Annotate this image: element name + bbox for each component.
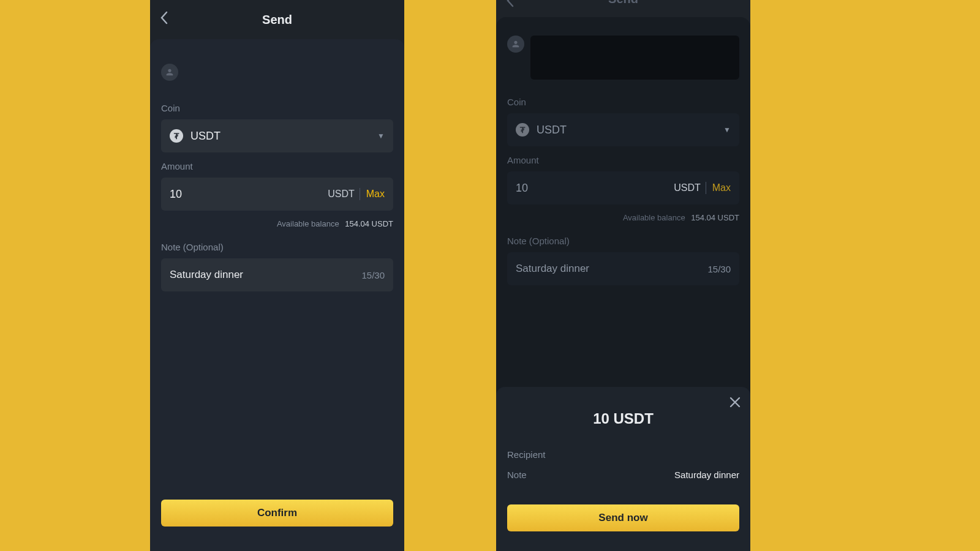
amount-unit: USDT bbox=[674, 182, 701, 193]
person-icon bbox=[165, 67, 175, 77]
note-input: Saturday dinner bbox=[516, 263, 707, 275]
chevron-left-icon bbox=[160, 11, 168, 24]
phone-screen-confirm: Send Coin ₮ USDT ▼ Amount 10 USDT Max Av… bbox=[496, 0, 750, 551]
note-label: Note (Optional) bbox=[507, 236, 739, 246]
phone-screen-form: Send Coin ₮ USDT ▼ Amount 10 USDT Max Av… bbox=[150, 0, 404, 551]
recipient-avatar bbox=[507, 36, 524, 53]
confirm-button-label: Confirm bbox=[257, 507, 297, 519]
amount-field[interactable]: 10 USDT Max bbox=[161, 178, 393, 211]
sheet-note-value: Saturday dinner bbox=[674, 470, 739, 480]
person-icon bbox=[511, 39, 521, 49]
note-char-count: 15/30 bbox=[707, 264, 731, 274]
header: Send bbox=[150, 0, 404, 39]
close-icon bbox=[729, 397, 741, 408]
header: Send bbox=[496, 0, 750, 17]
coin-value: USDT bbox=[537, 124, 723, 137]
coin-selector: ₮ USDT ▼ bbox=[507, 113, 739, 146]
coin-label: Coin bbox=[161, 103, 393, 113]
available-balance-row: Available balance 154.04 USDT bbox=[496, 213, 739, 222]
max-button[interactable]: Max bbox=[366, 189, 385, 200]
amount-unit: USDT bbox=[328, 189, 355, 200]
page-title: Send bbox=[262, 13, 292, 27]
back-button[interactable] bbox=[160, 11, 168, 28]
chevron-left-icon bbox=[506, 0, 514, 7]
note-field: Saturday dinner 15/30 bbox=[507, 252, 739, 285]
separator bbox=[360, 188, 360, 200]
amount-input[interactable]: 10 bbox=[170, 188, 328, 201]
amount-label: Amount bbox=[161, 161, 393, 171]
usdt-icon: ₮ bbox=[516, 123, 529, 137]
separator bbox=[706, 182, 706, 194]
note-label: Note (Optional) bbox=[161, 242, 393, 252]
available-balance-label: Available balance bbox=[277, 219, 339, 228]
amount-field: 10 USDT Max bbox=[507, 171, 739, 204]
sheet-amount: 10 USDT bbox=[507, 410, 739, 427]
coin-selector[interactable]: ₮ USDT ▼ bbox=[161, 119, 393, 152]
confirm-button[interactable]: Confirm bbox=[161, 500, 393, 527]
confirm-sheet: 10 USDT Recipient Note Saturday dinner S… bbox=[496, 387, 750, 551]
sheet-note-row: Note Saturday dinner bbox=[507, 470, 739, 480]
chevron-down-icon: ▼ bbox=[723, 126, 731, 134]
back-button[interactable] bbox=[506, 0, 514, 11]
form-card: Coin ₮ USDT ▼ Amount 10 USDT Max Availab… bbox=[150, 39, 404, 551]
amount-input: 10 bbox=[516, 182, 674, 195]
note-field[interactable]: Saturday dinner 15/30 bbox=[161, 258, 393, 291]
note-input[interactable]: Saturday dinner bbox=[170, 269, 361, 281]
coin-value: USDT bbox=[190, 130, 377, 143]
recipient-entry bbox=[530, 36, 739, 80]
recipient-label: Recipient bbox=[507, 449, 546, 460]
sheet-note-label: Note bbox=[507, 470, 527, 480]
available-balance-row: Available balance 154.04 USDT bbox=[150, 219, 393, 228]
sheet-recipient-row: Recipient bbox=[507, 449, 739, 460]
note-char-count: 15/30 bbox=[361, 270, 385, 280]
send-now-button[interactable]: Send now bbox=[507, 504, 739, 531]
available-balance-value: 154.04 USDT bbox=[345, 219, 393, 228]
available-balance-value: 154.04 USDT bbox=[691, 213, 739, 222]
coin-label: Coin bbox=[507, 97, 739, 107]
amount-label: Amount bbox=[507, 155, 739, 165]
recipient-avatar[interactable] bbox=[161, 64, 178, 81]
max-button: Max bbox=[712, 182, 731, 193]
available-balance-label: Available balance bbox=[623, 213, 685, 222]
send-now-label: Send now bbox=[598, 512, 647, 524]
close-button[interactable] bbox=[729, 395, 741, 411]
chevron-down-icon: ▼ bbox=[377, 132, 385, 140]
page-title: Send bbox=[608, 0, 638, 6]
usdt-icon: ₮ bbox=[170, 129, 183, 143]
